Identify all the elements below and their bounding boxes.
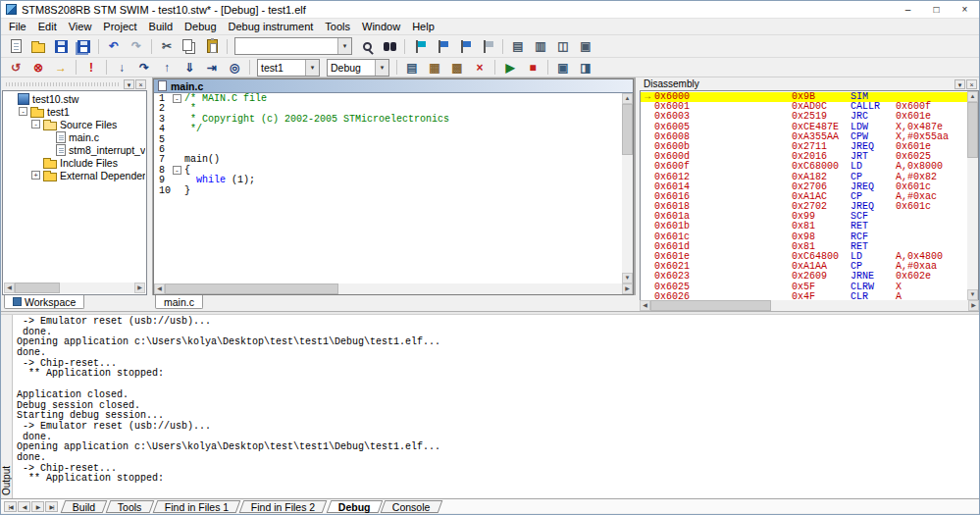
scroll-last-tab-button[interactable]: ▶| xyxy=(45,501,58,512)
menu-window[interactable]: Window xyxy=(356,20,406,33)
next-bookmark-button[interactable] xyxy=(454,37,476,56)
view-output-button[interactable]: ▥ xyxy=(530,37,551,56)
scroll-right-icon[interactable]: ▶ xyxy=(968,300,979,311)
fold-collapse-icon[interactable]: - xyxy=(173,94,181,103)
view-workspace-button[interactable]: ▤ xyxy=(507,37,529,56)
menu-debug-instrument[interactable]: Debug instrument xyxy=(223,20,320,33)
previous-bookmark-button[interactable] xyxy=(432,37,453,56)
menu-file[interactable]: File xyxy=(3,20,32,33)
rebuild-all-button[interactable]: ▩ xyxy=(446,58,468,77)
menu-view[interactable]: View xyxy=(63,20,98,33)
mcu-configuration-button[interactable]: ▣ xyxy=(552,58,574,77)
save-all-button[interactable] xyxy=(73,37,94,56)
clear-bookmarks-button[interactable] xyxy=(477,37,498,56)
build-button[interactable]: ▦ xyxy=(424,58,445,77)
expand-icon[interactable]: + xyxy=(31,171,40,180)
workspace-hscrollbar[interactable]: ◀ ▶ xyxy=(4,283,145,293)
workspace-panel-header[interactable]: ▾ × xyxy=(1,77,148,90)
view-docking-button[interactable]: ◫ xyxy=(552,37,574,56)
tree-item-include-files[interactable]: Include Files xyxy=(4,156,145,169)
open-file-button[interactable] xyxy=(27,37,49,56)
scroll-next-tab-button[interactable]: ▶ xyxy=(31,501,44,512)
scroll-right-icon[interactable]: ▶ xyxy=(622,283,633,294)
scroll-up-icon[interactable]: ▲ xyxy=(967,91,978,102)
code-line[interactable]: 4 */ xyxy=(154,125,622,134)
set-pc-button[interactable]: ◎ xyxy=(224,58,245,77)
stop-build-button[interactable]: × xyxy=(469,58,490,77)
minimize-button[interactable]: – xyxy=(894,1,922,18)
find-in-files-button[interactable] xyxy=(379,37,400,56)
tree-item-external-dependencies[interactable]: +External Dependencies xyxy=(4,169,145,181)
menu-build[interactable]: Build xyxy=(143,20,179,33)
chevron-down-icon[interactable]: ▾ xyxy=(305,60,319,76)
menu-tools[interactable]: Tools xyxy=(319,20,356,33)
code-line[interactable]: 1-/* MAIN.C file xyxy=(154,94,622,104)
continue-button[interactable]: → xyxy=(50,58,72,77)
run-to-cursor-button[interactable]: ⇥ xyxy=(201,58,223,77)
undo-button[interactable]: ↶ xyxy=(103,37,125,56)
output-log[interactable]: -> Emulator reset (usb://usb)... done.Op… xyxy=(13,315,979,498)
scrollbar-track[interactable] xyxy=(165,283,622,294)
view-fullscreen-button[interactable]: ▣ xyxy=(575,37,596,56)
project-combo[interactable]: test1▾ xyxy=(257,59,320,77)
step-instruction-button[interactable]: ⇓ xyxy=(179,58,200,77)
scroll-down-icon[interactable]: ▼ xyxy=(967,289,978,300)
tree-item-test1[interactable]: -test1 xyxy=(4,105,145,118)
step-out-button[interactable]: ↑ xyxy=(156,58,178,77)
close-icon[interactable]: × xyxy=(966,79,977,89)
debug-instrument-settings-button[interactable]: ◨ xyxy=(575,58,596,77)
scrollbar-thumb[interactable] xyxy=(15,283,60,293)
compile-button[interactable]: ▤ xyxy=(401,58,423,77)
fold-collapse-icon[interactable]: - xyxy=(173,166,181,175)
tab-find-in-files-2[interactable]: Find in Files 2 xyxy=(239,500,328,513)
tree-item-main-c[interactable]: main.c xyxy=(4,130,145,143)
scroll-left-icon[interactable]: ◀ xyxy=(4,283,15,293)
close-icon[interactable]: × xyxy=(135,79,146,89)
scroll-first-tab-button[interactable]: |◀ xyxy=(4,501,17,512)
document-title-bar[interactable]: main.c xyxy=(154,79,633,93)
tab-console[interactable]: Console xyxy=(381,500,442,513)
scrollbar-thumb[interactable] xyxy=(622,104,633,155)
tab-find-in-files-1[interactable]: Find in Files 1 xyxy=(153,500,241,513)
new-file-button[interactable] xyxy=(5,37,26,56)
paste-button[interactable] xyxy=(201,37,223,56)
tab-main-c[interactable]: main.c xyxy=(155,295,203,309)
scroll-up-icon[interactable]: ▲ xyxy=(622,93,633,104)
copy-button[interactable] xyxy=(179,37,200,56)
redo-button[interactable]: ↷ xyxy=(126,37,147,56)
tab-workspace[interactable]: Workspace xyxy=(4,295,84,309)
scroll-prev-tab-button[interactable]: ◀ xyxy=(18,501,30,512)
maximize-button[interactable]: □ xyxy=(922,1,951,18)
config-combo[interactable]: Debug▾ xyxy=(327,59,389,77)
scrollbar-thumb[interactable] xyxy=(650,300,771,311)
tree-item-stm8-interrupt-vector[interactable]: stm8_interrupt_vector xyxy=(4,143,145,156)
title-bar[interactable]: STM8S208RB STM SWIM - test10.stw* - [Deb… xyxy=(1,1,979,19)
close-button[interactable]: × xyxy=(951,1,979,18)
chevron-down-icon[interactable]: ▾ xyxy=(375,60,388,76)
menu-debug[interactable]: Debug xyxy=(179,20,222,33)
reset-chip-button[interactable]: ↺ xyxy=(5,58,26,77)
editor-vscrollbar[interactable]: ▲ ▼ xyxy=(622,93,633,283)
scroll-down-icon[interactable]: ▼ xyxy=(622,273,633,283)
disassembly-row[interactable]: 0x60260x4FCLRA xyxy=(641,292,967,300)
chevron-down-icon[interactable]: ▾ xyxy=(337,38,351,54)
tree-item-test10-stw[interactable]: test10.stw xyxy=(4,92,145,105)
step-into-button[interactable]: ↓ xyxy=(111,58,132,77)
restart-button[interactable]: ! xyxy=(80,58,102,77)
scroll-right-icon[interactable]: ▶ xyxy=(134,283,145,293)
output-side-tab[interactable]: Output xyxy=(1,315,13,498)
disassembly-row[interactable]: 0x600f0xC68000LDA,0x8000 xyxy=(641,162,967,172)
collapse-icon[interactable]: - xyxy=(31,120,40,129)
find-combo[interactable]: ▾ xyxy=(234,37,352,55)
collapse-icon[interactable]: - xyxy=(19,107,27,116)
stop-debugging-button[interactable]: ■ xyxy=(522,58,543,77)
menu-project[interactable]: Project xyxy=(97,20,142,33)
stop-program-button[interactable]: ⊗ xyxy=(27,58,49,77)
code-line[interactable]: 3 * Copyright (c) 2002-2005 STMicroelect… xyxy=(154,115,622,125)
code-line[interactable]: 9 while (1); xyxy=(154,176,622,185)
menu-help[interactable]: Help xyxy=(406,20,440,33)
tab-build[interactable]: Build xyxy=(61,500,108,513)
scrollbar-thumb[interactable] xyxy=(967,102,978,158)
code-line[interactable]: 10} xyxy=(154,186,622,196)
disassembly-vscrollbar[interactable]: ▲ ▼ xyxy=(967,91,978,300)
